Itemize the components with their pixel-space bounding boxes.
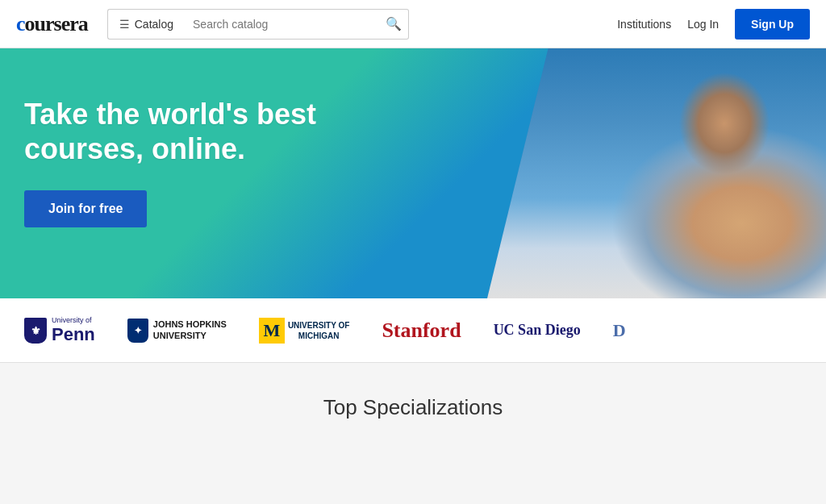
partner-ucsd: UC San Diego (494, 322, 581, 339)
penn-shield-icon (24, 318, 47, 344)
login-link[interactable]: Log In (687, 18, 719, 31)
header-nav: Institutions Log In Sign Up (617, 9, 810, 40)
hero-section: Take the world's best courses, online. J… (0, 48, 826, 298)
institutions-link[interactable]: Institutions (617, 18, 671, 31)
search-input[interactable] (185, 9, 378, 40)
catalog-label: Catalog (135, 18, 173, 31)
partners-bar: University of Penn JOHNS HOPKINSUNIVERSI… (0, 298, 826, 363)
search-icon: 🔍 (386, 16, 402, 31)
penn-main: Penn (52, 324, 95, 344)
catalog-button[interactable]: ☰ Catalog (107, 9, 185, 40)
partner-penn: University of Penn (24, 316, 95, 345)
partner-duke-partial: D (613, 320, 626, 341)
partner-jhu: JOHNS HOPKINSUNIVERSITY (127, 319, 227, 343)
hero-content: Take the world's best courses, online. J… (24, 97, 347, 227)
jhu-shield-icon (127, 319, 148, 343)
stanford-text: Stanford (382, 319, 461, 343)
michigan-text: UNIVERSITY OFMICHIGAN (288, 320, 350, 341)
signup-button[interactable]: Sign Up (735, 9, 810, 40)
jhu-text: JOHNS HOPKINSUNIVERSITY (153, 319, 227, 340)
bottom-section: Top Specializations (0, 363, 826, 436)
section-title: Top Specializations (16, 395, 810, 420)
search-form: 🔍 (185, 9, 443, 40)
duke-partial-text: D (613, 320, 626, 341)
header: coursera ☰ Catalog 🔍 Institutions Log In… (0, 0, 826, 48)
join-free-button[interactable]: Join for free (24, 190, 147, 227)
partner-stanford: Stanford (382, 319, 461, 343)
ucsd-text: UC San Diego (494, 322, 581, 339)
coursera-logo: coursera (16, 12, 88, 36)
michigan-m-icon: M (259, 318, 285, 344)
partner-michigan: M UNIVERSITY OFMICHIGAN (259, 318, 350, 344)
catalog-icon: ☰ (119, 18, 130, 31)
penn-sub: University of (52, 316, 95, 324)
hero-title: Take the world's best courses, online. (24, 97, 347, 166)
logo-text: c (16, 12, 25, 35)
search-button[interactable]: 🔍 (378, 9, 409, 40)
